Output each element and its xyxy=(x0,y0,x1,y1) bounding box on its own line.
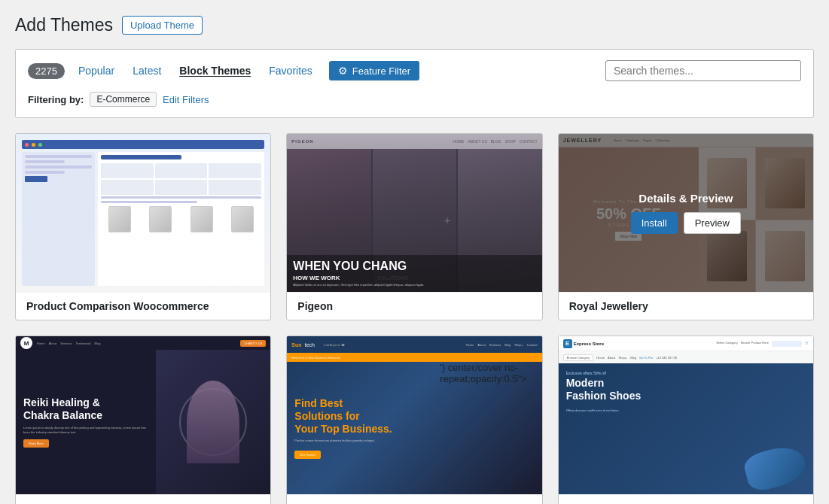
screenshot-visual: Sun tech Call Anytime ☎ Home About Servi… xyxy=(287,336,541,494)
theme-screenshot-royal-jewellery: JEWELLERY Home Catalogue Pages Collectio… xyxy=(559,134,813,292)
mock-cell xyxy=(155,180,208,195)
mock-row xyxy=(101,163,262,178)
theme-footer: Royal Jewellery xyxy=(559,292,813,320)
filtering-row: Filtering by: E-Commerce Edit Filters xyxy=(28,92,801,107)
install-button[interactable]: Install xyxy=(631,212,678,234)
express-nav: E Express Store Select Category Search P… xyxy=(559,336,813,351)
pigeon-big-text: WHEN YOU CHANG xyxy=(293,260,535,273)
mock-content xyxy=(22,152,264,286)
page-wrapper: Add Themes Upload Theme 2275 Popular Lat… xyxy=(0,0,829,504)
mock-thumb xyxy=(190,206,213,232)
search-input[interactable] xyxy=(605,60,801,81)
active-filter-tag: E-Commerce xyxy=(90,92,157,107)
reiki-heading: Reiki Healing &Chakra Balance xyxy=(23,396,148,422)
theme-footer: Suntech xyxy=(287,494,541,504)
mock-header xyxy=(22,140,264,149)
suntech-contact: Call Anytime ☎ xyxy=(324,343,345,347)
express-logo-text: Express Store xyxy=(574,342,604,346)
reiki-hero: Reiki Healing &Chakra Balance Lorem ipsu… xyxy=(16,350,270,494)
mock-dot xyxy=(32,143,35,147)
mock-cell xyxy=(209,180,261,195)
screenshot-visual: M Home About Services Testimonial Blog C… xyxy=(16,336,270,494)
page-header: Add Themes Upload Theme xyxy=(15,8,814,49)
mock-row xyxy=(101,180,262,195)
express-hero-content: Exclusive offers 50% off ModernFashion S… xyxy=(559,363,813,421)
edit-filters-link[interactable]: Edit Filters xyxy=(163,94,209,105)
filter-bar: 2275 Popular Latest Block Themes Favorit… xyxy=(15,49,814,118)
mock-bar xyxy=(25,165,92,169)
suntech-nav: Sun tech Call Anytime ☎ Home About Servi… xyxy=(287,336,541,353)
screenshot-visual xyxy=(16,134,270,292)
tab-favorites[interactable]: Favorites xyxy=(261,62,320,80)
mock-bar xyxy=(101,201,197,203)
express-promo: Exclusive offers 50% off xyxy=(566,371,806,375)
screenshot-visual: E Express Store Select Category Search P… xyxy=(559,336,813,494)
suntech-subtext: Partitor ornare fermentum pharetra facil… xyxy=(294,439,392,442)
express-filter-all: Browse Category xyxy=(563,354,594,361)
mock-btn xyxy=(25,176,47,182)
express-filter-bar: Browse Category Home About Shop+ Blog Go… xyxy=(559,351,813,363)
suntech-text: Find Best Solutions for Your Top Busines… xyxy=(294,397,392,458)
theme-card-suntech: Sun tech Call Anytime ☎ Home About Servi… xyxy=(286,335,542,504)
express-logo: E Express Store xyxy=(563,339,604,348)
express-logo-icon: E xyxy=(563,339,572,348)
express-hero: Exclusive offers 50% off ModernFashion S… xyxy=(559,363,813,494)
reiki-nav-links: Home About Services Testimonial Blog xyxy=(37,342,101,345)
theme-name: Product Comparison Woocommerce xyxy=(26,300,209,312)
mock-products xyxy=(101,206,262,232)
gear-icon: ⚙ xyxy=(338,65,348,77)
reiki-person xyxy=(187,381,239,463)
reiki-subtext: Lorem ipsum is simply dummy text of the … xyxy=(23,426,148,435)
theme-screenshot-express: E Express Store Select Category Search P… xyxy=(559,336,813,494)
mock-thumb xyxy=(149,206,172,232)
feature-filter-label: Feature Filter xyxy=(352,65,410,77)
mock-bar xyxy=(25,171,65,174)
express-hero-heading: ModernFashion Shoes xyxy=(566,377,806,402)
express-shoe-img xyxy=(742,442,809,493)
overlay-actions: Install Preview xyxy=(631,212,741,234)
themes-grid: Product Comparison Woocommerce PIGEON HO… xyxy=(15,133,814,504)
tab-block-themes[interactable]: Block Themes xyxy=(172,62,258,80)
theme-footer: Product Comparison Woocommerce xyxy=(16,292,270,320)
theme-name: Royal Jewellery xyxy=(569,300,648,312)
theme-screenshot-suntech: Sun tech Call Anytime ☎ Home About Servi… xyxy=(287,336,541,494)
suntech-building-img: ') center/cover no-repeat;opacity:0.5"> xyxy=(440,362,541,494)
express-nav-links: Select Category Search Product Here 🛒 xyxy=(716,341,809,347)
upload-theme-button[interactable]: Upload Theme xyxy=(122,16,203,35)
suntech-cta-btn: Get Started xyxy=(294,451,320,459)
screenshot-visual: PIGEON HOME ABOUT US BLOG SHOP CONTACT xyxy=(287,134,541,292)
mock-cell xyxy=(155,163,208,178)
theme-name: Pigeon xyxy=(297,300,333,312)
suntech-hero: Find Best Solutions for Your Top Busines… xyxy=(287,362,541,494)
mock-sidebar xyxy=(22,152,95,286)
theme-screenshot-reiki: M Home About Services Testimonial Blog C… xyxy=(16,336,270,494)
mock-thumb xyxy=(231,206,254,232)
reiki-logo: M xyxy=(20,337,32,349)
preview-button[interactable]: Preview xyxy=(684,212,741,234)
reiki-btn: Read More xyxy=(23,439,49,448)
themes-count-badge: 2275 xyxy=(28,63,65,79)
suntech-logo-text: Sun xyxy=(291,342,301,348)
suntech-subbar: Welcome to best Business Solutions xyxy=(287,353,541,362)
overlay-title: Details & Preview xyxy=(639,192,733,205)
mock-cell xyxy=(101,163,154,178)
express-search-box xyxy=(772,341,802,347)
filtering-by-label: Filtering by: xyxy=(28,94,84,105)
theme-card-reiki: M Home About Services Testimonial Blog C… xyxy=(15,335,271,504)
theme-card-pigeon: PIGEON HOME ABOUT US BLOG SHOP CONTACT xyxy=(286,133,542,320)
reiki-nav: M Home About Services Testimonial Blog C… xyxy=(16,336,270,350)
mock-cell xyxy=(101,180,154,195)
express-top-links: Home About Shop+ Blog Go To Pro +12 345 … xyxy=(596,356,809,360)
suntech-logo-sub: tech xyxy=(305,342,315,348)
theme-screenshot-pigeon: PIGEON HOME ABOUT US BLOG SHOP CONTACT xyxy=(287,134,541,292)
tab-latest[interactable]: Latest xyxy=(125,62,169,80)
filter-nav: 2275 Popular Latest Block Themes Favorit… xyxy=(28,60,801,81)
tab-popular[interactable]: Popular xyxy=(71,62,122,80)
mock-cell xyxy=(209,163,261,178)
pigeon-how-title: HOW WE WORK xyxy=(293,275,535,281)
theme-card-express-store: E Express Store Select Category Search P… xyxy=(558,335,814,504)
mock-bar xyxy=(25,160,65,163)
mock-title xyxy=(101,155,181,159)
mock-dot xyxy=(25,143,29,147)
feature-filter-button[interactable]: ⚙ Feature Filter xyxy=(329,61,419,80)
